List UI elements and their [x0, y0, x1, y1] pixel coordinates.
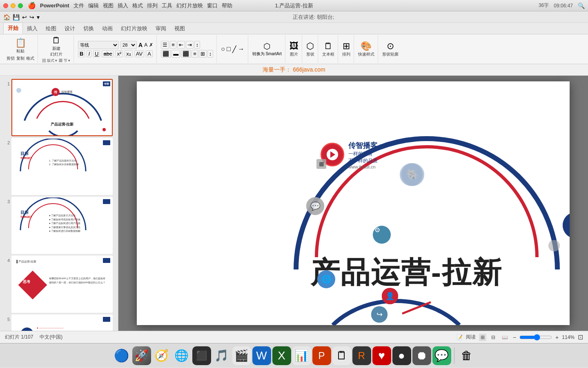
text-direction-button[interactable]: ↕ [194, 41, 200, 49]
slide-thumb-3[interactable]: 3 目标 TARGET ● 了解产品拉新大方法论 ● 了解如何寻找目标用户群体 … [2, 197, 116, 254]
menu-view[interactable]: 视图 [103, 2, 114, 9]
clear-format-button[interactable]: ✗ [149, 42, 153, 48]
justify-button[interactable]: ≡ [192, 50, 198, 58]
increase-indent-button[interactable]: ⇥ [186, 41, 194, 49]
decrease-size-button[interactable]: A [144, 42, 147, 48]
align-right-button[interactable]: ⬛ [181, 50, 191, 58]
dock-app12[interactable]: ● [392, 346, 411, 365]
dock-wechat[interactable]: 💬 [432, 346, 451, 365]
tab-review[interactable]: 审阅 [151, 23, 170, 34]
zoom-slider[interactable] [519, 335, 552, 340]
tab-slideshow[interactable]: 幻灯片放映 [117, 23, 151, 34]
dock-app5[interactable]: 🎵 [212, 346, 231, 365]
tab-animation[interactable]: 动画 [98, 23, 117, 34]
dock-chrome[interactable]: 🌐 [172, 346, 191, 365]
shape-rect[interactable]: □ [227, 45, 231, 53]
dock-powerpoint[interactable]: P [312, 346, 331, 365]
tab-design[interactable]: 设计 [60, 23, 79, 34]
fit-window-button[interactable]: ⊡ [578, 333, 583, 341]
shape-circle[interactable]: ○ [221, 45, 225, 53]
line-spacing-button[interactable]: ↕ [207, 50, 214, 58]
menu-window[interactable]: 窗口 [207, 2, 218, 9]
dock-app6[interactable]: 🎬 [232, 346, 251, 365]
dock-app-chart[interactable]: 📊 [292, 346, 311, 365]
dock-app9[interactable]: 🗒 [332, 346, 351, 365]
font-family-select[interactable]: 等线 [78, 41, 119, 49]
customize-icon[interactable]: ▾ [37, 14, 40, 20]
tab-draw[interactable]: 绘图 [42, 23, 60, 34]
font-size-select[interactable]: 28 [120, 41, 137, 49]
dock-trash[interactable]: 🗑 [457, 346, 476, 365]
save-button[interactable]: 💾 [13, 14, 20, 20]
underline-button[interactable]: U [93, 50, 100, 57]
traffic-lights[interactable] [3, 3, 23, 8]
decrease-indent-button[interactable]: ⇤ [177, 41, 185, 49]
list-bullet-button[interactable]: ☰ [161, 41, 169, 49]
menu-edit[interactable]: 编辑 [88, 2, 99, 9]
menu-help[interactable]: 帮助 [222, 2, 232, 9]
copy-button[interactable]: 复制 [16, 56, 24, 61]
align-left-button[interactable]: ⬛ [161, 50, 171, 58]
subscript-button[interactable]: x² [115, 50, 123, 57]
home-icon[interactable]: 🏠 [3, 14, 10, 20]
slide-thumb-5[interactable]: 5 目 ● —————————— 第一项内容描述 [2, 314, 116, 331]
list-number-button[interactable]: ≡ [170, 41, 176, 49]
view-sorter-button[interactable]: ⊟ [490, 334, 497, 341]
tab-view[interactable]: 视图 [170, 23, 189, 34]
tab-home[interactable]: 开始 [3, 22, 23, 34]
increase-size-button[interactable]: A [138, 42, 143, 48]
zoom-in-button[interactable]: + [555, 334, 559, 341]
convert-smartart-button[interactable]: ⬡ 转换为 SmartArt [252, 41, 282, 57]
shapeeffects-button[interactable]: ⊙ 形状轮廓 [382, 41, 399, 57]
section-button[interactable]: ☰ 节 ▾ [59, 58, 70, 63]
menu-slideshow[interactable]: 幻灯片放映 [176, 2, 203, 9]
shapes-button[interactable]: ⬡ 形状 [306, 41, 314, 57]
dock-app13[interactable]: ⏺ [412, 346, 431, 365]
dock-finder[interactable]: 🔵 [112, 346, 131, 365]
strikethrough-button[interactable]: abc [102, 50, 114, 57]
textbox-button[interactable]: 🗒 文本框 [322, 41, 334, 57]
comments-button[interactable]: 阅读 [466, 334, 476, 341]
apple-icon[interactable]: 🍎 [28, 2, 36, 9]
menu-tools[interactable]: 工具 [162, 2, 172, 9]
redo-button[interactable]: ↪ [29, 14, 34, 20]
tab-transition[interactable]: 切换 [79, 23, 98, 34]
dock-excel[interactable]: X [272, 346, 291, 365]
font-color-button[interactable]: AV [134, 50, 144, 57]
shape-arrow[interactable]: → [238, 45, 245, 53]
format-painter[interactable]: 格式 [26, 56, 34, 61]
dock-app10[interactable]: R [352, 346, 371, 365]
maximize-button[interactable] [18, 3, 23, 8]
columns-button[interactable]: ⊞ [199, 50, 207, 58]
view-reading-button[interactable]: 📖 [500, 334, 510, 341]
menu-arrange[interactable]: 排列 [147, 2, 158, 9]
italic-button[interactable]: I [87, 50, 91, 57]
undo-button[interactable]: ↩ [22, 14, 27, 20]
tab-insert[interactable]: 插入 [23, 23, 42, 34]
align-center-button[interactable]: ▬ [172, 50, 180, 58]
slide-thumb-1[interactable]: 1 产品运营-拉新 传 传智播客 传智 [2, 79, 116, 136]
cut-button[interactable]: 剪切 [7, 56, 15, 61]
paste-button[interactable]: 📋 粘贴 [13, 37, 28, 55]
quickstyle-button[interactable]: 🎨 快速样式 [358, 41, 374, 57]
view-normal-button[interactable]: ⊞ [479, 334, 486, 341]
notes-icon[interactable]: 📝 [457, 334, 463, 340]
slide-canvas[interactable]: 传智播客 ™ 一样的教育 不一样的品质 www.itcast.cn ⬛ [137, 81, 570, 325]
dock-launchpad[interactable]: 🚀 [132, 346, 151, 365]
slide-thumb-4[interactable]: 4 ▐ 产品运营-拉新 思考 有哪些软件APP上千万甚至上亿的用户，他们是如何做… [2, 256, 116, 313]
slide-thumb-2[interactable]: 2 目标 TARGET 1. 了解产品拉新的方法论 2. 了解如何从目标数据拆解 [2, 138, 116, 195]
arrange-button[interactable]: ⊞ 排列 [342, 41, 350, 57]
minimize-button[interactable] [11, 3, 16, 8]
dock-safari[interactable]: 🧭 [152, 346, 171, 365]
zoom-out-button[interactable]: − [513, 334, 516, 341]
menu-format[interactable]: 格式 [132, 2, 143, 9]
superscript-button[interactable]: x₂ [125, 50, 133, 57]
menu-insert[interactable]: 插入 [118, 2, 128, 9]
menu-file[interactable]: 文件 [74, 2, 84, 9]
picture-button[interactable]: 🖼 图片 [290, 41, 298, 57]
version-button[interactable]: ▦ 版式 ▾ [42, 58, 57, 63]
new-slide-button[interactable]: 🗒 新建 幻灯片 [50, 35, 62, 57]
dock-app11[interactable]: ♥ [372, 346, 391, 365]
bold-button[interactable]: B [78, 50, 85, 57]
shape-line[interactable]: ╱ [232, 45, 236, 53]
